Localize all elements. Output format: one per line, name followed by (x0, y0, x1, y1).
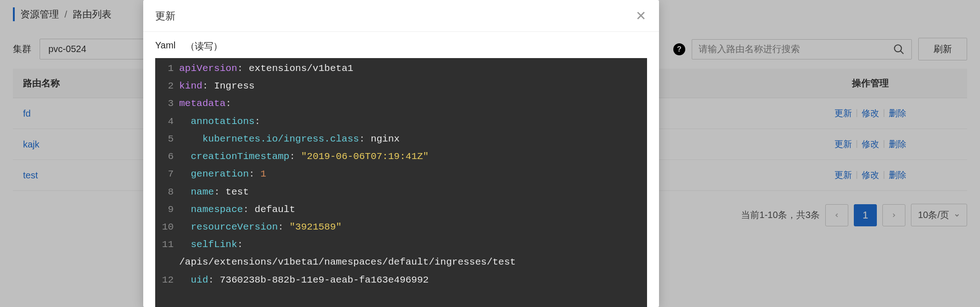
code-content[interactable]: /apis/extensions/v1beta1/namespaces/defa… (179, 254, 516, 271)
code-line[interactable]: 10 resourceVersion: "3921589" (155, 218, 647, 236)
yaml-editor[interactable]: 1apiVersion: extensions/v1beta12kind: In… (155, 58, 647, 307)
yaml-tab[interactable]: Yaml (155, 40, 175, 53)
line-number: 7 (155, 165, 179, 183)
line-number: 4 (155, 113, 179, 130)
code-line[interactable]: 1apiVersion: extensions/v1beta1 (155, 60, 647, 77)
modal-header: 更新 ✕ (143, 0, 659, 32)
line-number: 8 (155, 183, 179, 201)
close-icon[interactable]: ✕ (634, 10, 647, 23)
code-content[interactable]: metadata: (179, 95, 231, 112)
modal-subheader: Yaml （读写） (143, 32, 659, 55)
line-number: 5 (155, 130, 179, 148)
code-content[interactable]: uid: 7360238b-882b-11e9-aeab-fa163e49699… (179, 272, 429, 289)
code-line[interactable]: 5 kubernetes.io/ingress.class: nginx (155, 130, 647, 148)
code-content[interactable]: creationTimestamp: "2019-06-06T07:19:41Z… (179, 148, 429, 165)
line-number: 9 (155, 201, 179, 218)
modal-title: 更新 (155, 9, 175, 23)
line-number: 6 (155, 148, 179, 165)
code-line[interactable]: 7 generation: 1 (155, 165, 647, 183)
code-line[interactable]: 9 namespace: default (155, 201, 647, 218)
code-content[interactable]: kubernetes.io/ingress.class: nginx (179, 130, 400, 148)
code-line[interactable]: 3metadata: (155, 95, 647, 112)
line-number: 1 (155, 60, 179, 77)
code-content[interactable]: selfLink: (179, 236, 243, 254)
code-line[interactable]: 11 selfLink: (155, 236, 647, 254)
line-number (155, 254, 179, 271)
line-number: 2 (155, 77, 179, 95)
code-line[interactable]: /apis/extensions/v1beta1/namespaces/defa… (155, 254, 647, 271)
code-content[interactable]: annotations: (179, 113, 260, 130)
code-line[interactable]: 8 name: test (155, 183, 647, 201)
code-line[interactable]: 12 uid: 7360238b-882b-11e9-aeab-fa163e49… (155, 272, 647, 289)
code-content[interactable]: namespace: default (179, 201, 295, 218)
line-number: 12 (155, 272, 179, 289)
line-number: 10 (155, 218, 179, 236)
code-content[interactable]: kind: Ingress (179, 77, 255, 95)
editor-mode: （读写） (186, 40, 222, 53)
code-content[interactable]: resourceVersion: "3921589" (179, 218, 342, 236)
line-number: 11 (155, 236, 179, 254)
code-line[interactable]: 2kind: Ingress (155, 77, 647, 95)
code-line[interactable]: 6 creationTimestamp: "2019-06-06T07:19:4… (155, 148, 647, 165)
code-line[interactable]: 4 annotations: (155, 113, 647, 130)
code-content[interactable]: apiVersion: extensions/v1beta1 (179, 60, 353, 77)
update-modal: 更新 ✕ Yaml （读写） 1apiVersion: extensions/v… (143, 0, 659, 307)
code-content[interactable]: generation: 1 (179, 165, 266, 183)
code-content[interactable]: name: test (179, 183, 249, 201)
line-number: 3 (155, 95, 179, 112)
